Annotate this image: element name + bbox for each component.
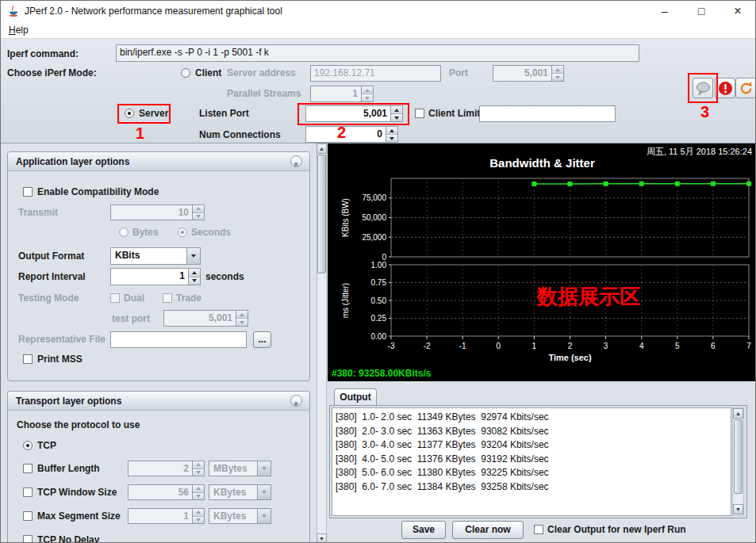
spinner-down-button — [552, 73, 563, 81]
application-layer-header: Application layer options « — [8, 152, 309, 171]
output-line: [380] 5.0- 6.0 sec 11380 KBytes 93225 Kb… — [336, 466, 727, 480]
dual-label: Dual — [124, 293, 144, 304]
output-line: [380] 4.0- 5.0 sec 11376 KBytes 93192 Kb… — [336, 453, 727, 467]
svg-text:75,000: 75,000 — [362, 193, 386, 202]
representative-file-label: Representative File — [18, 334, 106, 345]
collapse-chevron-icon[interactable]: « — [290, 395, 302, 407]
maximize-button[interactable]: □ — [685, 1, 718, 21]
scrollbar-thumb[interactable] — [734, 419, 743, 494]
output-line: [380] 1.0- 2.0 sec 11349 KBytes 92974 Kb… — [336, 411, 727, 425]
num-connections-label: Num Connections — [199, 129, 281, 140]
output-format-label: Output Format — [18, 250, 84, 262]
clear-output-label[interactable]: Clear Output for new Iperf Run — [547, 524, 686, 535]
testing-mode-label: Testing Mode — [18, 293, 79, 304]
max-segment-spinner: 1 — [128, 508, 205, 524]
svg-text:25,000: 25,000 — [362, 233, 386, 242]
client-limit-label[interactable]: Client Limit — [428, 108, 480, 119]
output-format-combobox[interactable]: KBits — [110, 247, 201, 265]
chevron-down-icon[interactable] — [186, 248, 200, 264]
scroll-down-arrow[interactable]: ▼ — [317, 533, 327, 543]
client-limit-input[interactable] — [479, 105, 616, 122]
save-button[interactable]: Save — [401, 521, 446, 539]
output-lines[interactable]: [380] 1.0- 2.0 sec 11349 KBytes 92974 Kb… — [332, 407, 731, 516]
svg-text:4: 4 — [639, 342, 644, 350]
spinner-down-button — [193, 516, 204, 524]
tcp-no-delay-checkbox[interactable] — [23, 535, 33, 543]
spinner-down-button[interactable] — [386, 134, 397, 142]
scrollbar-thumb[interactable] — [317, 155, 326, 273]
spinner-up-button — [552, 66, 563, 73]
compatibility-mode-label[interactable]: Enable Compatibility Mode — [37, 186, 159, 197]
tcp-window-unit-combobox: KBytes — [209, 484, 271, 500]
svg-text:Time (sec): Time (sec) — [548, 353, 592, 362]
svg-text:KBits (BW): KBits (BW) — [341, 198, 350, 237]
max-segment-value: 1 — [129, 509, 192, 523]
scroll-up-arrow[interactable]: ▲ — [733, 408, 743, 419]
spinner-up-button[interactable] — [386, 127, 397, 134]
buffer-length-unit-combobox: MBytes — [209, 461, 271, 476]
minimize-button[interactable]: – — [648, 1, 681, 21]
client-radio[interactable] — [181, 68, 190, 78]
annotation-step-3: 3 — [700, 103, 709, 121]
buffer-length-value: 2 — [129, 461, 192, 476]
restart-iperf-button[interactable] — [735, 78, 756, 98]
help-menu[interactable]: Help — [6, 24, 32, 36]
report-interval-spinner[interactable]: 1 — [110, 268, 201, 285]
transport-layer-header: Transport layer options « — [8, 392, 309, 411]
top-control-panel: Iperf command: bin/iperf.exe -s -P 0 -i … — [1, 39, 756, 143]
browse-file-button: ... — [253, 331, 271, 348]
client-limit-checkbox[interactable] — [415, 109, 424, 118]
spinner-down-button — [193, 468, 204, 476]
server-address-input: 192.168.12.71 — [310, 65, 441, 82]
buffer-length-label[interactable]: Buffer Length — [37, 463, 100, 474]
buffer-length-checkbox[interactable] — [23, 464, 33, 473]
tcp-radio[interactable] — [23, 441, 33, 450]
print-mss-checkbox[interactable] — [23, 354, 33, 364]
svg-text:ms (Jitter): ms (Jitter) — [341, 283, 350, 318]
tcp-no-delay-label[interactable]: TCP No Delay — [37, 534, 99, 543]
annotation-step-1: 1 — [136, 124, 144, 143]
client-port-spinner: 5,001 — [493, 65, 564, 82]
bandwidth-jitter-chart-panel: 周五, 11 5月 2018 15:26:24 Bandwidth & Jitt… — [328, 143, 756, 381]
output-line: [380] 6.0- 7.0 sec 11384 KBytes 93258 Kb… — [336, 480, 727, 495]
svg-text:0.50: 0.50 — [371, 296, 387, 305]
collapse-chevron-icon[interactable]: « — [290, 155, 302, 167]
representative-file-input — [110, 331, 247, 348]
svg-text:3: 3 — [604, 342, 608, 350]
scroll-up-arrow[interactable]: ▲ — [317, 143, 327, 154]
test-port-label: test port — [112, 313, 150, 324]
buffer-length-unit: MBytes — [209, 461, 257, 476]
compatibility-mode-checkbox[interactable] — [23, 187, 33, 197]
spinner-up-button[interactable] — [189, 269, 200, 277]
tcp-window-checkbox[interactable] — [23, 488, 33, 497]
max-segment-label[interactable]: Max Segment Size — [37, 510, 121, 522]
tcp-window-label[interactable]: TCP Window Size — [37, 487, 117, 498]
client-radio-label[interactable]: Client — [195, 67, 221, 78]
clear-now-button[interactable]: Clear now — [452, 521, 524, 539]
iperf-command-input[interactable]: bin/iperf.exe -s -P 0 -i 1 -p 5001 -f k — [116, 44, 639, 62]
max-segment-unit: KBytes — [209, 509, 257, 523]
jperf-window: JPerf 2.0 - Network performance measurem… — [0, 0, 756, 543]
choose-mode-label: Choose iPerf Mode: — [7, 67, 97, 78]
spinner-down-button[interactable] — [189, 277, 200, 285]
spinner-up-button — [193, 461, 204, 468]
listen-port-label: Listen Port — [199, 108, 249, 119]
print-mss-label[interactable]: Print MSS — [37, 354, 83, 365]
close-button[interactable]: × — [721, 1, 754, 21]
num-connections-spinner[interactable]: 0 — [305, 126, 398, 143]
svg-text:2: 2 — [568, 342, 573, 350]
tab-output[interactable]: Output — [334, 388, 377, 406]
annotation-box-server-radio — [117, 104, 171, 124]
bytes-radio — [119, 228, 129, 237]
max-segment-checkbox[interactable] — [23, 511, 33, 521]
spinner-down-button — [193, 492, 204, 500]
bytes-radio-label: Bytes — [132, 227, 159, 238]
clear-output-checkbox[interactable] — [534, 525, 543, 534]
report-interval-value[interactable]: 1 — [111, 269, 188, 285]
annotation-box-run-button — [688, 73, 718, 103]
transmit-spinner: 10 — [110, 205, 205, 220]
scroll-down-arrow[interactable]: ▼ — [733, 504, 743, 514]
tcp-radio-label[interactable]: TCP — [37, 440, 56, 451]
exclamation-icon — [718, 81, 733, 96]
window-title: JPerf 2.0 - Network performance measurem… — [25, 6, 282, 17]
